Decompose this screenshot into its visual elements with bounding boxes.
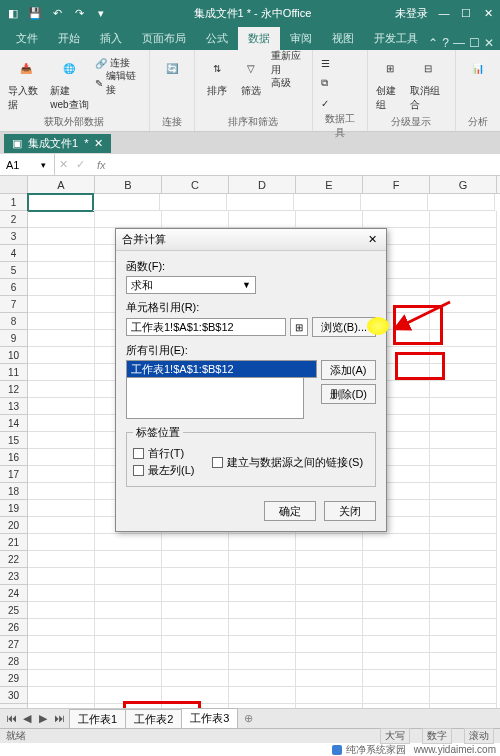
cell[interactable] <box>363 602 430 619</box>
tab-data[interactable]: 数据 <box>238 27 280 50</box>
tab-review[interactable]: 审阅 <box>280 27 322 50</box>
cell[interactable] <box>428 194 495 211</box>
col-header[interactable]: A <box>28 176 95 193</box>
analysis-button[interactable]: 📊 <box>464 54 492 82</box>
row-header[interactable]: 2 <box>0 211 28 228</box>
next-sheet-icon[interactable]: ▶ <box>36 712 50 725</box>
row-header[interactable]: 12 <box>0 381 28 398</box>
cancel-formula-icon[interactable]: ✕ <box>55 158 72 171</box>
sheet-tab[interactable]: 工作表1 <box>69 709 126 729</box>
row-header[interactable]: 24 <box>0 585 28 602</box>
dialog-close-icon[interactable]: ✕ <box>364 233 380 246</box>
row-header[interactable]: 13 <box>0 398 28 415</box>
row-header[interactable]: 11 <box>0 364 28 381</box>
row-header[interactable]: 27 <box>0 636 28 653</box>
cell[interactable] <box>28 228 95 245</box>
cell[interactable] <box>28 687 95 704</box>
cell[interactable] <box>430 517 497 534</box>
cell[interactable] <box>93 194 160 211</box>
col-header[interactable]: F <box>363 176 430 193</box>
cell[interactable] <box>28 245 95 262</box>
cell[interactable] <box>229 636 296 653</box>
add-button[interactable]: 添加(A) <box>321 360 376 380</box>
cell[interactable] <box>229 534 296 551</box>
ungroup-button[interactable]: ⊟取消组合 <box>410 54 447 112</box>
refresh-button[interactable]: 🔄 <box>158 54 186 82</box>
cell[interactable] <box>28 500 95 517</box>
cell[interactable] <box>363 534 430 551</box>
cell[interactable] <box>430 296 497 313</box>
cell[interactable] <box>227 194 294 211</box>
fx-label[interactable]: fx <box>89 159 114 171</box>
cell[interactable] <box>27 193 94 212</box>
last-sheet-icon[interactable]: ⏭ <box>52 712 66 725</box>
cell[interactable] <box>95 585 162 602</box>
remove-dup-button[interactable]: ⧉ <box>321 74 330 92</box>
cell[interactable] <box>296 653 363 670</box>
first-sheet-icon[interactable]: ⏮ <box>4 712 18 725</box>
cell[interactable] <box>95 619 162 636</box>
tab-insert[interactable]: 插入 <box>90 27 132 50</box>
row-header[interactable]: 1 <box>0 194 28 211</box>
cell[interactable] <box>162 670 229 687</box>
cell[interactable] <box>229 551 296 568</box>
cell[interactable] <box>430 466 497 483</box>
cell[interactable] <box>296 551 363 568</box>
cell[interactable] <box>430 211 497 228</box>
cell[interactable] <box>28 619 95 636</box>
cell[interactable] <box>363 551 430 568</box>
col-header[interactable]: D <box>229 176 296 193</box>
cell[interactable] <box>363 687 430 704</box>
chevron-down-icon[interactable]: ▾ <box>41 160 46 170</box>
cell[interactable] <box>430 415 497 432</box>
cell[interactable] <box>28 313 95 330</box>
cell[interactable] <box>28 653 95 670</box>
filter-button[interactable]: ▽筛选 <box>237 54 265 98</box>
cell[interactable] <box>296 670 363 687</box>
row-header[interactable]: 18 <box>0 483 28 500</box>
cell[interactable] <box>430 398 497 415</box>
cell[interactable] <box>162 551 229 568</box>
delete-button[interactable]: 删除(D) <box>321 384 376 404</box>
cell[interactable] <box>28 636 95 653</box>
cell[interactable] <box>363 585 430 602</box>
cell[interactable] <box>162 619 229 636</box>
cell[interactable] <box>28 330 95 347</box>
row-header[interactable]: 29 <box>0 670 28 687</box>
cell[interactable] <box>294 194 361 211</box>
maximize-icon[interactable]: ☐ <box>458 5 474 21</box>
cell[interactable] <box>363 670 430 687</box>
row-header[interactable]: 10 <box>0 347 28 364</box>
prev-sheet-icon[interactable]: ◀ <box>20 712 34 725</box>
tab-dev[interactable]: 开发工具 <box>364 27 428 50</box>
cell[interactable] <box>430 500 497 517</box>
group-button[interactable]: ⊞创建组 <box>376 54 404 112</box>
cell[interactable] <box>363 568 430 585</box>
row-header[interactable]: 3 <box>0 228 28 245</box>
cell[interactable] <box>229 687 296 704</box>
cell[interactable] <box>28 568 95 585</box>
cell[interactable] <box>430 619 497 636</box>
cell[interactable] <box>363 636 430 653</box>
cell[interactable] <box>229 211 296 228</box>
cell[interactable] <box>95 602 162 619</box>
all-refs-selected[interactable]: 工作表1!$A$1:$B$12 <box>126 360 317 378</box>
advanced-button[interactable]: 高级 <box>271 74 304 92</box>
ribbon-close-icon[interactable]: ✕ <box>484 36 494 50</box>
validation-button[interactable]: ✓ <box>321 94 330 112</box>
web-query-button[interactable]: 🌐 新建 web查询 <box>50 54 88 112</box>
cell[interactable] <box>296 687 363 704</box>
cell[interactable] <box>296 619 363 636</box>
cell[interactable] <box>430 432 497 449</box>
row-header[interactable]: 6 <box>0 279 28 296</box>
row-header[interactable]: 5 <box>0 262 28 279</box>
sheet-tab[interactable]: 工作表2 <box>125 709 182 729</box>
import-data-button[interactable]: 📥 导入数据 <box>8 54 44 112</box>
all-refs-list[interactable] <box>126 377 304 419</box>
cell[interactable] <box>162 534 229 551</box>
function-combo[interactable]: 求和 ▼ <box>126 276 256 294</box>
col-header[interactable]: B <box>95 176 162 193</box>
cell[interactable] <box>430 585 497 602</box>
cell[interactable] <box>229 602 296 619</box>
cell[interactable] <box>95 568 162 585</box>
